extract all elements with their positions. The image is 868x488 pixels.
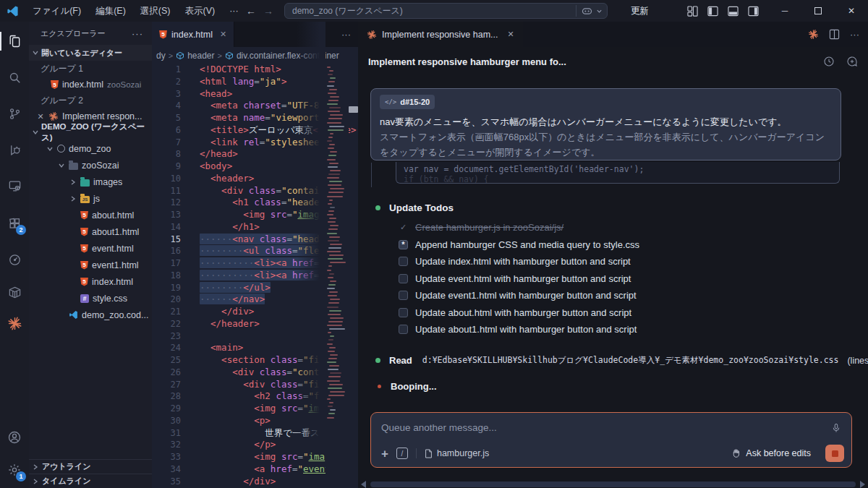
breadcrumb-item-1[interactable]: header xyxy=(187,51,214,61)
stop-button[interactable] xyxy=(825,445,844,462)
update-button[interactable]: 更新 xyxy=(624,0,656,22)
hand-icon xyxy=(731,448,741,458)
breadcrumb-item-2[interactable]: div.container.flex-container xyxy=(237,51,339,61)
slash-command-icon[interactable]: / xyxy=(396,448,408,459)
menu-item-4[interactable]: ··· xyxy=(223,4,245,18)
extensions-icon[interactable]: 2 xyxy=(0,214,29,233)
open-editors-header[interactable]: 開いているエディター xyxy=(29,45,152,61)
scroll-right-arrow-icon[interactable] xyxy=(860,481,865,488)
editor-more-actions-icon[interactable]: ··· xyxy=(341,29,351,40)
menu-item-2[interactable]: 選択(S) xyxy=(134,3,177,20)
tree-item-event-html[interactable]: 5event.html xyxy=(29,240,152,257)
panel-more-actions-icon[interactable]: ··· xyxy=(850,29,859,40)
checkbox-empty xyxy=(399,291,408,300)
remote-explorer-icon[interactable] xyxy=(0,176,29,195)
stop-icon xyxy=(832,450,838,457)
new-chat-icon[interactable] xyxy=(846,56,858,67)
tree-item-demo-zoo[interactable]: demo_zoo xyxy=(29,140,152,157)
split-editor-icon[interactable] xyxy=(829,29,840,40)
breadcrumb-item-0[interactable]: dy xyxy=(156,51,166,61)
open-editor-index-html[interactable]: 5 index.html zooSozai xyxy=(29,77,152,93)
claude-icon[interactable] xyxy=(0,314,29,333)
line-number: 22 xyxy=(152,318,190,330)
history-clock-icon[interactable] xyxy=(823,56,835,67)
line-number: 16 xyxy=(152,245,190,257)
minimap[interactable] xyxy=(326,64,349,488)
tree-item-label: about1.html xyxy=(92,227,139,237)
permission-mode[interactable]: Ask before edits xyxy=(731,448,811,458)
tree-item-about1-html[interactable]: 5about1.html xyxy=(29,223,152,240)
tree-item-about-html[interactable]: 5about.html xyxy=(29,207,152,223)
line-number: 24 xyxy=(152,342,190,354)
menu-item-3[interactable]: 表示(V) xyxy=(178,3,221,20)
message-input-box[interactable]: Queue another message... + / hamburger.j… xyxy=(370,412,852,468)
tree-item-js[interactable]: JSjs xyxy=(29,190,152,207)
close-tab-icon[interactable]: ✕ xyxy=(508,30,514,39)
editor-group-2-label: グループ 2 xyxy=(29,93,152,108)
tree-item-images[interactable]: images xyxy=(29,174,152,190)
tree-item-index-html[interactable]: 5index.html xyxy=(29,273,152,290)
forward-arrow-icon[interactable]: → xyxy=(263,5,273,17)
toggle-primary-sidebar-icon[interactable] xyxy=(707,6,718,17)
tree-item-event1-html[interactable]: 5event1.html xyxy=(29,257,152,273)
attach-plus-icon[interactable]: + xyxy=(381,448,388,460)
menu-item-0[interactable]: ファイル(F) xyxy=(26,3,88,20)
command-center[interactable]: demo_zoo (ワークスペース) xyxy=(284,3,608,19)
breadcrumb[interactable]: dy>header>div.container.flex-container xyxy=(152,47,358,64)
line-number: 35 xyxy=(152,476,190,488)
todo-item-0: ✓Create hamburger.js in zooSozai/js/ xyxy=(399,219,854,236)
sidebar-section-0[interactable]: アウトライン xyxy=(29,459,152,474)
chevron-down-icon[interactable] xyxy=(596,8,603,14)
gauge-icon[interactable] xyxy=(0,250,29,269)
css-file-icon: # xyxy=(80,294,89,303)
line-number: 2 xyxy=(152,76,190,88)
close-editor-icon[interactable]: ✕ xyxy=(36,112,45,121)
source-control-icon[interactable] xyxy=(0,104,29,123)
todo-item-2: Update index.html with hamburger button … xyxy=(399,253,854,270)
sidebar-more-icon[interactable]: ··· xyxy=(132,28,143,39)
line-content: <img src="images/ xyxy=(190,209,336,221)
tab-index-html[interactable]: 5 index.html ✕ xyxy=(152,22,234,47)
close-tab-icon[interactable]: ✕ xyxy=(220,30,226,39)
message-input-placeholder[interactable]: Queue another message... xyxy=(381,422,831,433)
back-arrow-icon[interactable]: ← xyxy=(246,5,256,17)
tab-claude-chat[interactable]: Implement responsive ham... ✕ xyxy=(358,22,523,47)
images-folder-icon xyxy=(80,179,90,187)
claude-starburst-icon xyxy=(367,30,377,40)
sidebar-section-1[interactable]: タイムライン xyxy=(29,474,152,488)
scrollbar-track[interactable] xyxy=(370,481,856,487)
scrollbar-thumb[interactable] xyxy=(349,106,358,113)
code-reference-chip[interactable]: </> d#15-20 xyxy=(380,95,435,109)
line-number: 31 xyxy=(152,427,190,440)
run-debug-icon[interactable] xyxy=(0,140,29,159)
symbol-icon xyxy=(176,51,184,60)
search-icon[interactable] xyxy=(0,68,29,87)
close-window-button[interactable]: ✕ xyxy=(835,0,868,22)
scroll-left-arrow-icon[interactable] xyxy=(361,481,366,488)
line-number: 12 xyxy=(152,197,190,209)
menu-item-1[interactable]: 編集(E) xyxy=(89,3,132,20)
line-content: <main> xyxy=(190,342,243,354)
microphone-icon[interactable] xyxy=(831,422,841,434)
customize-layout-icon[interactable] xyxy=(687,6,698,17)
claude-starburst-icon[interactable] xyxy=(808,29,819,40)
in-progress-icon: * xyxy=(399,240,408,249)
panel-horizontal-scrollbar[interactable] xyxy=(361,480,865,488)
tree-item-zoosozai[interactable]: zooSozai xyxy=(29,157,152,174)
toggle-panel-icon[interactable] xyxy=(728,6,739,17)
maximize-button[interactable] xyxy=(801,0,835,22)
editor-scrollbar[interactable] xyxy=(349,64,358,488)
account-icon[interactable] xyxy=(0,428,29,447)
title-bar: ファイル(F)編集(E)選択(S)表示(V)··· ← → demo_zoo (… xyxy=(0,0,868,22)
explorer-icon[interactable] xyxy=(0,32,29,51)
workspace-section-header[interactable]: DEMO_ZOO (ワークスペース) xyxy=(29,124,152,140)
context-file-chip[interactable]: hamburger.js xyxy=(425,448,489,458)
copilot-icon[interactable] xyxy=(582,7,592,16)
tree-item-demo-zoo-cod-[interactable]: demo_zoo.cod... xyxy=(29,307,152,323)
settings-gear-icon[interactable]: 1 xyxy=(0,461,29,479)
container-icon[interactable] xyxy=(0,283,29,301)
minimize-button[interactable]: ─ xyxy=(768,0,801,22)
tree-item-style-css[interactable]: #style.css xyxy=(29,290,152,307)
toggle-secondary-sidebar-icon[interactable] xyxy=(748,6,759,17)
editor-group: 5 index.html ✕ ··· dy>header>div.contain… xyxy=(152,22,358,488)
